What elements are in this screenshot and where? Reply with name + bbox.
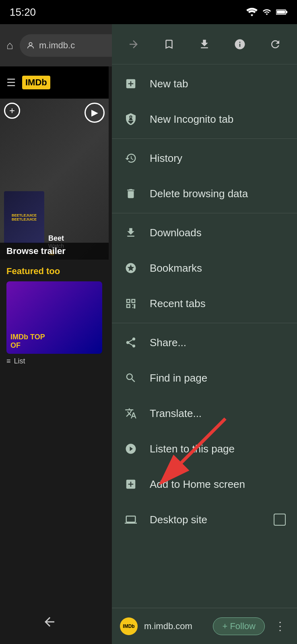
page-background: ☰ IMDb + ▶ BEETLEJUICE BEETLEJUICE Beet …	[0, 66, 109, 600]
browse-trailers: Browse trailer	[0, 243, 109, 260]
new-tab-label: New tab	[150, 78, 286, 90]
divider-1	[112, 138, 297, 139]
download-button[interactable]	[190, 30, 219, 58]
imdb-header: ☰ IMDb	[0, 66, 109, 99]
imdb-logo: IMDb	[22, 76, 50, 89]
follow-bar: IMDb m.imdb.com + Follow ⋮	[112, 608, 297, 644]
desktop-icon	[123, 512, 138, 527]
play-button: ▶	[85, 103, 105, 123]
follow-button[interactable]: + Follow	[213, 617, 265, 635]
incognito-label: New Incognito tab	[150, 113, 286, 126]
find-label: Find in page	[150, 372, 286, 384]
recent-tabs-icon	[123, 296, 138, 311]
translate-label: Translate...	[150, 407, 286, 420]
menu-toolbar	[112, 24, 297, 64]
incognito-icon	[123, 111, 138, 127]
featured-section: Featured too IMDb TOPOF ≡ List	[0, 260, 109, 372]
wifi-icon	[246, 8, 258, 17]
find-icon	[123, 370, 138, 386]
menu-item-recent-tabs[interactable]: Recent tabs	[112, 286, 297, 321]
list-bar: ≡ List	[6, 357, 102, 365]
site-icon	[26, 41, 35, 50]
add-home-label: Add to Home screen	[150, 478, 286, 491]
divider-2	[112, 213, 297, 213]
share-icon	[123, 335, 138, 350]
svg-rect-2	[277, 10, 285, 13]
history-icon	[123, 151, 138, 166]
menu-item-downloads[interactable]: Downloads	[112, 215, 297, 250]
menu-item-listen[interactable]: Listen to this page	[112, 431, 297, 466]
status-icons	[246, 8, 287, 17]
recent-tabs-label: Recent tabs	[150, 297, 286, 310]
featured-card: IMDb TOPOF	[6, 281, 102, 354]
translate-icon	[123, 406, 138, 421]
menu-item-incognito[interactable]: New Incognito tab	[112, 101, 297, 137]
movie-image: + ▶ BEETLEJUICE BEETLEJUICE Beet Watch 👍…	[0, 99, 109, 260]
home-icon[interactable]: ⌂	[6, 39, 13, 52]
menu-item-bookmarks[interactable]: Bookmarks	[112, 250, 297, 286]
info-button[interactable]	[226, 30, 254, 58]
share-label: Share...	[150, 336, 286, 349]
url-text: m.imdb.c	[39, 40, 75, 51]
status-bar: 15:20	[0, 0, 297, 24]
delete-label: Delete browsing data	[150, 188, 286, 200]
bookmarks-label: Bookmarks	[150, 262, 286, 275]
new-tab-icon	[123, 76, 138, 91]
add-home-icon	[123, 477, 138, 492]
delete-icon	[123, 186, 138, 201]
menu-item-desktop[interactable]: Desktop site	[112, 502, 297, 537]
svg-rect-1	[286, 11, 287, 13]
movie-thumbnail: BEETLEJUICE BEETLEJUICE	[4, 191, 44, 244]
bookmark-button[interactable]	[155, 30, 183, 58]
history-label: History	[150, 152, 286, 165]
menu-item-add-home[interactable]: Add to Home screen	[112, 466, 297, 502]
menu-item-find[interactable]: Find in page	[112, 360, 297, 396]
more-options-button[interactable]: ⋮	[271, 616, 289, 636]
bookmarks-icon	[123, 260, 138, 276]
signal-icon	[262, 8, 271, 17]
menu-item-delete-data[interactable]: Delete browsing data	[112, 176, 297, 211]
battery-icon	[276, 8, 287, 17]
status-time: 15:20	[10, 6, 36, 19]
desktop-checkbox[interactable]	[274, 514, 286, 526]
menu-item-new-tab[interactable]: New tab	[112, 66, 297, 101]
featured-title: Featured too	[6, 266, 102, 277]
listen-label: Listen to this page	[150, 443, 286, 455]
menu-item-translate[interactable]: Translate...	[112, 396, 297, 431]
svg-point-3	[29, 42, 32, 45]
site-url: m.imdb.com	[144, 621, 206, 632]
site-favicon: IMDb	[120, 617, 138, 635]
listen-icon	[123, 441, 138, 456]
desktop-label: Desktop site	[150, 514, 262, 526]
menu-items-list: New tab New Incognito tab History Delete…	[112, 64, 297, 608]
forward-button[interactable]	[120, 30, 148, 58]
dropdown-menu: New tab New Incognito tab History Delete…	[112, 24, 297, 644]
imdb-top-badge: IMDb TOPOF	[10, 333, 45, 350]
downloads-icon	[123, 225, 138, 240]
page-content: + ▶ BEETLEJUICE BEETLEJUICE Beet Watch 👍…	[0, 99, 109, 380]
follow-label: + Follow	[222, 621, 256, 632]
refresh-button[interactable]	[261, 30, 289, 58]
menu-item-share[interactable]: Share...	[112, 325, 297, 360]
menu-item-history[interactable]: History	[112, 140, 297, 176]
add-button: +	[4, 103, 20, 119]
downloads-label: Downloads	[150, 227, 286, 239]
back-button[interactable]	[33, 610, 66, 634]
divider-3	[112, 323, 297, 323]
